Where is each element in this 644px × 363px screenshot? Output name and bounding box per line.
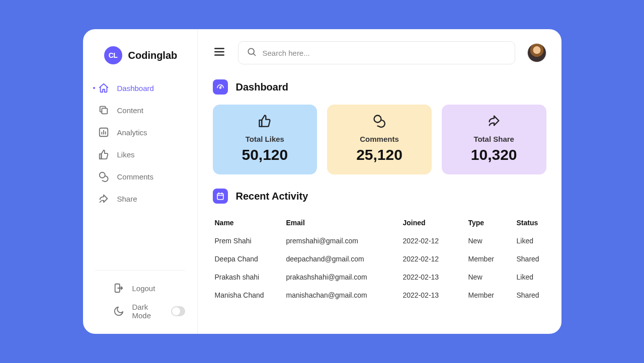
card-label: Total Likes [246,135,284,143]
app-panel: CL Codinglab Dashboard Content Analyt [83,29,561,334]
moon-icon [113,306,124,317]
cell-status: Liked [517,273,544,281]
col-joined: Joined [403,219,468,227]
sidebar-item-label: Share [117,195,137,203]
cell-name: Prakash shahi [215,273,286,281]
sidebar-item-label: Analytics [117,128,147,137]
cell-email: prakashshahi@gmail.com [286,273,403,281]
cell-joined: 2022-02-13 [403,291,468,299]
thumbs-up-icon [258,114,272,130]
bar-chart-icon [98,127,109,138]
svg-point-10 [374,116,381,123]
darkmode-toggle[interactable] [171,306,185,316]
search-input[interactable] [263,49,507,57]
sidebar-item-label: Likes [117,150,135,159]
hamburger-menu-icon[interactable] [213,45,226,60]
card-value: 25,120 [356,146,403,163]
sidebar-item-darkmode[interactable]: Dark Mode [113,303,185,320]
col-email: Email [286,219,403,227]
cell-type: New [468,273,517,281]
cell-name: Deepa Chand [215,255,286,263]
svg-rect-11 [217,194,223,200]
calendar-icon [213,189,228,204]
brand-logo: CL [104,46,122,64]
sidebar-item-likes[interactable]: Likes [98,149,197,160]
brand-name: Codinglab [128,50,178,61]
sidebar: CL Codinglab Dashboard Content Analyt [83,29,198,334]
page-title: Dashboard [236,81,288,93]
sidebar-item-logout[interactable]: Logout [113,283,185,294]
table-row: Deepa Chand deepachand@gmail.com 2022-02… [213,250,546,268]
thumbs-up-icon [98,149,109,160]
stats-cards: Total Likes 50,120 Comments 25,120 Total… [213,105,546,174]
avatar[interactable] [527,43,546,62]
share-icon [487,114,501,130]
card-comments: Comments 25,120 [327,105,432,174]
sidebar-item-label: Content [117,106,144,115]
cell-type: New [468,237,517,245]
cell-joined: 2022-02-13 [403,273,468,281]
gauge-icon [213,79,228,95]
table-row: Prakash shahi prakashshahi@gmail.com 202… [213,268,546,286]
cell-joined: 2022-02-12 [403,237,468,245]
search-icon [247,47,257,59]
cell-email: deepachand@gmail.com [286,255,403,263]
cell-email: manishachan@gmail.com [286,291,403,299]
card-label: Total Share [473,135,514,143]
cell-type: Member [468,255,517,263]
sidebar-item-label: Comments [117,172,154,181]
section-title: Recent Activity [236,191,308,202]
chat-icon [372,114,386,130]
sidebar-item-dashboard[interactable]: Dashboard [98,82,197,94]
svg-line-8 [253,54,255,56]
chat-icon [98,171,109,182]
card-total-likes: Total Likes 50,120 [213,105,317,174]
cell-name: Prem Shahi [215,237,286,245]
brand: CL Codinglab [83,46,197,64]
sidebar-bottom: Logout Dark Mode [95,270,185,334]
topbar [213,41,546,64]
sidebar-item-label: Dark Mode [132,303,158,320]
activity-table: Name Email Joined Type Status Prem Shahi… [213,214,546,304]
card-label: Comments [360,135,399,143]
cell-status: Shared [517,291,544,299]
table-header: Name Email Joined Type Status [213,214,546,232]
search-box[interactable] [238,41,515,64]
table-row: Manisha Chand manishachan@gmail.com 2022… [213,286,546,304]
logout-icon [113,283,124,294]
col-type: Type [468,219,517,227]
svg-point-2 [99,172,105,178]
sidebar-item-content[interactable]: Content [98,105,197,116]
col-status: Status [517,219,544,227]
sidebar-item-share[interactable]: Share [98,193,197,204]
cell-name: Manisha Chand [215,291,286,299]
card-total-share: Total Share 10,320 [442,105,546,174]
col-name: Name [215,219,286,227]
cell-email: premshahi@gmail.com [286,237,403,245]
nav-list: Dashboard Content Analytics Likes [83,82,197,204]
svg-rect-0 [102,108,107,114]
sidebar-item-label: Logout [132,284,155,293]
sidebar-item-label: Dashboard [117,84,154,93]
share-icon [98,193,109,204]
sidebar-item-comments[interactable]: Comments [98,171,197,182]
table-row: Prem Shahi premshahi@gmail.com 2022-02-1… [213,232,546,250]
cell-joined: 2022-02-12 [403,255,468,263]
cell-status: Liked [517,237,544,245]
card-value: 10,320 [471,146,517,163]
card-value: 50,120 [242,146,288,163]
copy-icon [98,105,109,116]
home-icon [98,82,109,94]
dashboard-header: Dashboard [213,79,546,95]
main: Dashboard Total Likes 50,120 Comments 25… [198,29,561,334]
cell-status: Shared [517,255,544,263]
activity-header: Recent Activity [213,189,546,204]
cell-type: Member [468,291,517,299]
sidebar-item-analytics[interactable]: Analytics [98,127,197,138]
